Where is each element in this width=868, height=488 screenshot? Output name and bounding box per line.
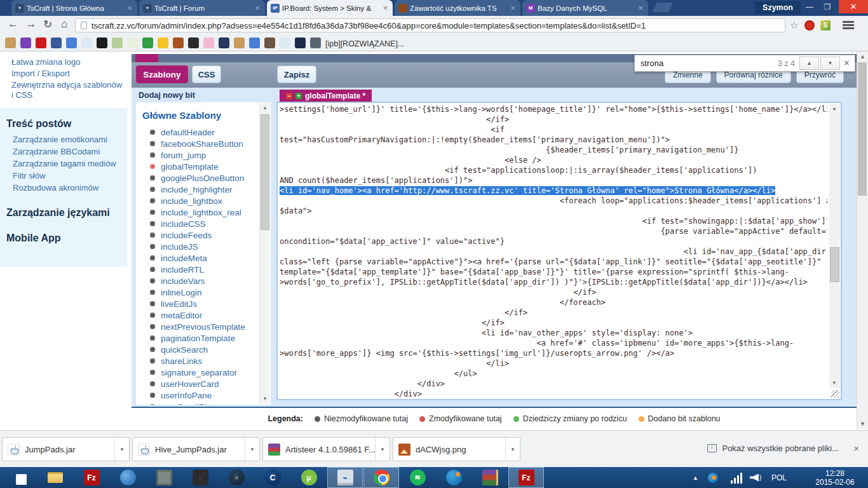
language-indicator[interactable]: POL xyxy=(771,467,787,488)
browser-tab[interactable]: Zawartość użytkownika TS× xyxy=(395,0,520,16)
template-list-item[interactable]: includeCSS xyxy=(150,218,257,229)
template-name[interactable]: userSmallPhoto xyxy=(161,402,221,405)
downloads-bar-close-icon[interactable]: × xyxy=(853,443,859,454)
clock[interactable]: 12:28 2015-02-06 xyxy=(806,467,864,488)
template-list-item[interactable]: includeVars xyxy=(150,275,257,287)
extension-icon[interactable]: S xyxy=(820,20,831,30)
bookmark-star-icon[interactable]: ☆ xyxy=(790,20,798,31)
template-list-item[interactable]: include_lightbox_real xyxy=(150,207,257,218)
download-menu-caret[interactable]: ▾ xyxy=(506,446,520,452)
expand-icon[interactable]: + xyxy=(295,93,302,99)
url-text[interactable]: tscraft.zz.vc/forum/admin/index.php?adse… xyxy=(92,21,780,30)
taskbar-item-utorrent[interactable] xyxy=(291,467,327,488)
tab-close-icon[interactable]: × xyxy=(254,3,261,13)
download-menu-caret[interactable]: ▾ xyxy=(376,446,390,452)
bookmark-favicon[interactable] xyxy=(5,37,16,48)
template-list-item[interactable]: googlePlusOneButton xyxy=(150,172,257,184)
download-item[interactable]: Artisteer 4.1.0.59861 F....rar▾ xyxy=(262,437,390,461)
scroll-down-icon[interactable]: ▼ xyxy=(857,419,868,430)
sidebar-section-title[interactable]: Treść postów xyxy=(6,118,127,130)
new-tab-button[interactable] xyxy=(653,3,674,12)
taskbar-item-game-fifa[interactable] xyxy=(182,467,218,488)
sidebar-link[interactable]: Zarządzanie emotikonami xyxy=(13,135,125,145)
tab-szablony[interactable]: Szablony xyxy=(136,65,188,83)
resize-grip[interactable] xyxy=(831,390,839,398)
scrollbar-thumb[interactable] xyxy=(261,114,269,230)
scroll-up-icon[interactable]: ▲ xyxy=(260,103,270,113)
download-menu-caret[interactable]: ▾ xyxy=(245,446,259,452)
forward-icon[interactable]: → xyxy=(25,18,36,30)
tray-curse-icon[interactable] xyxy=(708,467,718,488)
template-name[interactable]: globalTemplate xyxy=(161,162,219,172)
template-list-item[interactable]: shareLinks xyxy=(150,355,257,367)
sidebar-link[interactable]: Filtr słów xyxy=(13,171,125,181)
template-list-item[interactable]: facebookShareButton xyxy=(150,138,257,149)
template-list-item[interactable]: metaEditor xyxy=(150,309,257,321)
find-next-button[interactable]: ▼ xyxy=(820,57,840,70)
scrollbar-thumb[interactable] xyxy=(830,247,839,282)
template-name[interactable]: userHoverCard xyxy=(161,379,219,389)
sidebar-link[interactable]: Zarządzanie tagami mediów xyxy=(13,159,125,169)
template-list-item[interactable]: paginationTemplate xyxy=(150,332,257,344)
template-name[interactable]: metaEditor xyxy=(161,311,202,320)
volume-icon[interactable]: ) xyxy=(750,467,761,488)
template-name[interactable]: includeMeta xyxy=(161,254,207,263)
template-list-item[interactable]: include_highlighter xyxy=(150,184,257,195)
back-icon[interactable]: ← xyxy=(8,18,18,30)
bookmark-favicon[interactable] xyxy=(51,37,62,48)
template-name[interactable]: include_highlighter xyxy=(161,185,233,194)
tab-css[interactable]: CSS xyxy=(192,65,221,83)
taskbar-item-spotify[interactable] xyxy=(400,467,435,488)
template-name[interactable]: userInfoPane xyxy=(161,391,212,400)
taskbar-item-filezilla-active[interactable] xyxy=(508,467,544,488)
bookmark-favicon[interactable] xyxy=(188,37,199,48)
tray-expand-icon[interactable]: ▲ xyxy=(693,467,698,488)
bookmark-favicon[interactable] xyxy=(310,37,321,48)
save-button[interactable]: Zapisz xyxy=(277,65,316,83)
template-list-item[interactable]: include_lightbox xyxy=(150,195,257,207)
browser-tab[interactable]: TsCraft | Strona Główna× xyxy=(11,0,137,16)
download-item[interactable]: Hive_JumpPads.jar▾ xyxy=(132,437,260,461)
find-previous-button[interactable]: ▲ xyxy=(799,57,819,70)
tab-close-icon[interactable]: × xyxy=(381,3,389,13)
taskbar-item-winrar[interactable] xyxy=(472,467,508,488)
template-list-item[interactable]: userSmallPhoto xyxy=(150,401,257,405)
download-item[interactable]: dACWjsg.png▾ xyxy=(393,437,520,461)
tab-close-icon[interactable]: × xyxy=(126,3,133,13)
template-name[interactable]: include_lightbox xyxy=(161,196,222,206)
scroll-down-icon[interactable]: ▼ xyxy=(829,378,839,388)
template-list-item[interactable]: defaultHeader xyxy=(150,126,257,138)
taskbar-item-curse[interactable] xyxy=(436,467,471,488)
template-name[interactable]: includeRTL xyxy=(161,265,204,274)
taskbar-item-start[interactable] xyxy=(1,467,37,488)
browser-tab[interactable]: Bazy Danych MySQL× xyxy=(522,0,648,16)
template-name[interactable]: quickSearch xyxy=(161,345,208,355)
editor-tab[interactable]: − + globalTemplate * xyxy=(280,90,372,102)
sidebar-section-title[interactable]: Mobile App xyxy=(6,233,127,244)
close-window-button[interactable]: ✕ xyxy=(839,0,868,13)
sidebar-link[interactable]: Rozbudowa akronimów xyxy=(13,183,125,193)
maximize-button[interactable]: ❐ xyxy=(818,0,836,13)
bookmark-favicon[interactable] xyxy=(158,37,168,48)
home-icon[interactable]: ⌂ xyxy=(61,18,67,30)
adblock-extension-icon[interactable] xyxy=(804,20,815,30)
sidebar-section-title[interactable]: Zarządzanie językami xyxy=(6,207,127,219)
page-scrollbar[interactable]: ▲ ▼ xyxy=(857,51,868,430)
bookmark-favicon[interactable] xyxy=(219,37,229,48)
sidebar-link[interactable]: Import / Eksport xyxy=(11,69,123,79)
collapse-icon[interactable]: − xyxy=(286,93,292,99)
download-menu-caret[interactable]: ▾ xyxy=(115,446,129,452)
template-name[interactable]: nextPreviousTemplate xyxy=(161,322,245,332)
template-name[interactable]: shareLinks xyxy=(161,356,202,366)
taskbar-item-chrome[interactable] xyxy=(363,467,399,488)
minimize-button[interactable]: — xyxy=(801,0,818,13)
bookmark-favicon[interactable] xyxy=(249,37,260,48)
template-list-item[interactable]: signature_separator xyxy=(150,367,257,378)
template-list-item[interactable]: includeRTL xyxy=(150,264,257,275)
template-name[interactable]: signature_separator xyxy=(161,368,237,377)
scrollbar-thumb[interactable] xyxy=(858,62,867,196)
scroll-down-icon[interactable]: ▼ xyxy=(260,394,270,404)
bookmark-favicon[interactable] xyxy=(97,37,107,48)
template-list-item[interactable]: includeJS xyxy=(150,241,257,252)
sidebar-link[interactable]: Zarządzanie BBCodami xyxy=(13,147,125,157)
